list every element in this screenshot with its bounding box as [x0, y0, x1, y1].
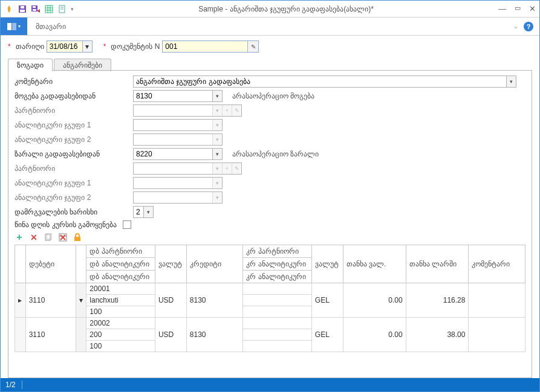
cell-db-an1[interactable]: lanchxuti — [86, 295, 155, 306]
cell-db-an1[interactable]: 200 — [86, 329, 155, 341]
minimize-button[interactable]: — — [498, 4, 506, 13]
close-button[interactable]: ✕ — [529, 4, 536, 13]
col-cur2[interactable]: ვალუტ — [311, 245, 343, 283]
svg-rect-6 — [45, 5, 53, 13]
partner1-label: პარტნიორი — [15, 106, 127, 115]
cell-cr-an1[interactable] — [243, 295, 312, 306]
cell-debit[interactable]: 3110 — [25, 318, 76, 352]
col-cr-an1[interactable]: კრ ანალიტიკური — [243, 258, 312, 271]
delete-row-icon[interactable]: ✕ — [29, 233, 39, 242]
cell-db-an2[interactable]: 100 — [86, 306, 155, 318]
lock-icon[interactable] — [73, 233, 82, 242]
cell-cr-an1[interactable] — [243, 329, 312, 341]
lines-grid[interactable]: დებეტი დბ პარტნიორი ვალუტ კრედიტი კრ პარ… — [15, 245, 525, 352]
comment-field[interactable]: ▾ — [133, 76, 516, 88]
round-field[interactable]: ▾ — [133, 206, 154, 218]
cell-cr-partner[interactable] — [243, 283, 312, 295]
col-amount-fc[interactable]: თანხა ვალ. — [343, 245, 406, 283]
angroup1-2-label: ანალიტიკური ჯგუფი 1 — [15, 179, 127, 187]
svg-rect-22 — [74, 237, 80, 241]
profit-account-input[interactable] — [134, 92, 212, 100]
cell-amount-gel[interactable]: 116.28 — [406, 283, 469, 318]
cell-cr-partner[interactable] — [243, 318, 312, 329]
grid-toolbar: + ✕ — [15, 233, 525, 242]
date-field[interactable]: ▾ — [47, 40, 93, 53]
maximize-button[interactable]: ▭ — [515, 4, 521, 13]
col-db-an1[interactable]: დბ ანალიტიკური — [86, 258, 155, 271]
cell-debit[interactable]: 3110 — [25, 283, 76, 318]
col-db-an2[interactable]: დბ ანალიტიკური — [86, 271, 155, 283]
col-comment[interactable]: კომენტარი — [469, 245, 525, 283]
chevron-down-icon: ▾ — [212, 120, 222, 130]
docn-input[interactable] — [163, 42, 247, 51]
profit-account-field[interactable]: ▾ — [133, 90, 223, 102]
copy-row-icon[interactable] — [44, 233, 53, 242]
col-cr-an2[interactable]: კრ ანალიტიკური — [243, 271, 312, 283]
clear-grid-icon[interactable] — [58, 233, 68, 242]
cell-amount-fc[interactable]: 0.00 — [343, 283, 406, 318]
grid-options-icon[interactable] — [44, 4, 54, 14]
angroup2-1-label: ანალიტიკური ჯგუფი 2 — [15, 135, 127, 144]
tab-general[interactable]: ზოგადი — [8, 59, 53, 71]
cell-cur1[interactable]: USD — [155, 318, 186, 352]
chevron-down-icon: ▾ — [212, 178, 222, 188]
document-icon[interactable] — [57, 4, 67, 14]
cell-cur2[interactable]: GEL — [311, 283, 343, 318]
chevron-down-icon[interactable] — [76, 318, 86, 352]
wand-icon[interactable]: ✎ — [247, 41, 258, 52]
cell-db-partner[interactable]: 20001 — [86, 283, 155, 295]
col-db-partner[interactable]: დბ პარტნიორი — [86, 245, 155, 258]
prev-rate-label: წინა დღის კურსის გამოყენება — [15, 220, 117, 229]
ribbon-tab-main[interactable]: მთავარი — [27, 22, 74, 31]
col-cr-partner[interactable]: კრ პარტნიორი — [243, 245, 312, 258]
cell-credit[interactable]: 8130 — [186, 318, 242, 352]
tab-accounts[interactable]: ანგარიშები — [54, 59, 111, 71]
plus-icon: + — [222, 105, 232, 116]
docn-field[interactable]: ✎ — [162, 40, 259, 53]
chevron-down-icon[interactable]: ▾ — [143, 207, 153, 217]
chevron-down-icon[interactable]: ▾ — [82, 41, 92, 52]
cell-cr-an2[interactable] — [243, 306, 312, 318]
chevron-down-icon[interactable]: ▾ — [212, 91, 222, 101]
cell-db-partner[interactable]: 20002 — [86, 318, 155, 329]
ribbon-collapse-icon[interactable]: ⌵ — [514, 23, 518, 30]
chevron-down-icon[interactable]: ▾ — [76, 283, 86, 318]
pane-switcher[interactable]: ▾ — [1, 18, 27, 35]
loss-account-field[interactable]: ▾ — [133, 148, 223, 160]
cell-cr-an2[interactable] — [243, 341, 312, 352]
round-input[interactable] — [134, 208, 143, 216]
cell-cur2[interactable]: GEL — [311, 318, 343, 352]
table-row[interactable]: 3110 20002 USD 8130 GEL 0.00 38.00 — [15, 318, 525, 329]
add-row-icon[interactable]: + — [15, 233, 24, 242]
partner2-label: პარტნიორი — [15, 164, 127, 173]
partner2-field: ▾ + ✎ — [133, 162, 242, 175]
svg-rect-1 — [20, 10, 25, 12]
date-input[interactable] — [47, 42, 82, 51]
chevron-down-icon[interactable]: ▾ — [506, 76, 516, 87]
svg-rect-5 — [33, 6, 36, 8]
angroup1-1-field: ▾ — [133, 119, 223, 131]
comment-input[interactable] — [134, 77, 506, 86]
col-amount-gel[interactable]: თანხა ლარში — [406, 245, 469, 283]
cell-amount-fc[interactable]: 0.00 — [343, 318, 406, 352]
col-debit[interactable]: დებეტი — [25, 245, 76, 283]
chevron-down-icon[interactable]: ▾ — [212, 149, 222, 159]
prev-rate-checkbox[interactable] — [123, 220, 131, 229]
cell-comment[interactable] — [469, 283, 525, 318]
save-close-icon[interactable] — [31, 4, 41, 14]
cell-comment[interactable] — [469, 318, 525, 352]
loss-account-input[interactable] — [134, 150, 212, 158]
required-marker: * — [8, 42, 11, 51]
cell-cur1[interactable]: USD — [155, 283, 186, 318]
cell-amount-gel[interactable]: 38.00 — [406, 318, 469, 352]
col-credit[interactable]: კრედიტი — [186, 245, 242, 283]
help-icon[interactable]: ? — [524, 22, 533, 31]
cell-db-an2[interactable]: 100 — [86, 341, 155, 352]
svg-rect-4 — [33, 9, 36, 11]
svg-rect-15 — [12, 23, 16, 30]
cell-credit[interactable]: 8130 — [186, 283, 242, 318]
table-row[interactable]: ▸ 3110 ▾ 20001 USD 8130 GEL 0.00 116.28 — [15, 283, 525, 295]
save-icon[interactable] — [18, 4, 27, 14]
round-label: დამრგვალების ხარისხი — [15, 208, 127, 216]
col-cur1[interactable]: ვალუტ — [155, 245, 186, 283]
